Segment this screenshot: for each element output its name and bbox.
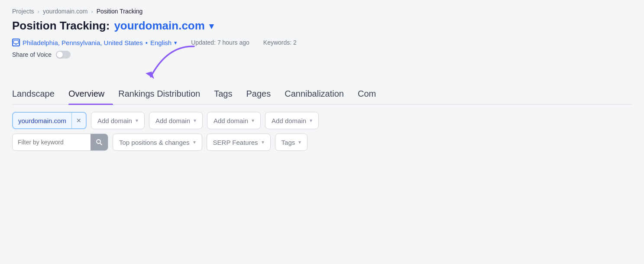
top-positions-chevron: ▾ bbox=[193, 139, 196, 145]
svg-marker-3 bbox=[146, 72, 154, 79]
filter-row-2: Top positions & changes ▾ SERP Features … bbox=[12, 134, 632, 155]
tabs-row: Landscape Overview Rankings Distribution… bbox=[12, 85, 632, 105]
tags-dropdown[interactable]: Tags ▾ bbox=[275, 134, 308, 151]
keyword-filter-input[interactable] bbox=[13, 139, 91, 146]
location-text: Philadelphia, Pennsylvania, United State… bbox=[23, 39, 143, 46]
add-domain-label-4: Add domain bbox=[272, 117, 306, 124]
top-positions-dropdown[interactable]: Top positions & changes ▾ bbox=[113, 134, 202, 151]
meta-row: Philadelphia, Pennsylvania, United State… bbox=[12, 39, 632, 46]
add-domain-button-3[interactable]: Add domain ▾ bbox=[207, 112, 261, 129]
add-domain-button-2[interactable]: Add domain ▾ bbox=[149, 112, 203, 129]
add-domain-label-2: Add domain bbox=[155, 117, 190, 124]
add-domain-chevron-1: ▾ bbox=[136, 117, 138, 124]
breadcrumb-current: Position Tracking bbox=[97, 8, 143, 15]
keywords-label: Keywords: bbox=[263, 39, 291, 46]
purple-arrow-annotation bbox=[133, 42, 203, 85]
search-input-wrap bbox=[12, 134, 108, 151]
add-domain-chevron-2: ▾ bbox=[194, 117, 196, 124]
share-of-voice-row: Share of Voice bbox=[12, 51, 632, 59]
page-container: Projects › yourdomain.com › Position Tra… bbox=[0, 0, 644, 264]
filter-row-1: yourdomain.com ✕ Add domain ▾ Add domain… bbox=[12, 105, 632, 134]
domain-chip-label: yourdomain.com bbox=[13, 117, 71, 124]
serp-features-chevron: ▾ bbox=[262, 139, 264, 145]
tab-rankings-distribution[interactable]: Rankings Distribution bbox=[118, 85, 209, 104]
tab-cannibalization[interactable]: Cannibalization bbox=[285, 85, 353, 104]
domain-chip-close-button[interactable]: ✕ bbox=[71, 113, 86, 128]
serp-features-dropdown[interactable]: SERP Features ▾ bbox=[207, 134, 271, 151]
tab-tags[interactable]: Tags bbox=[214, 85, 241, 104]
keywords-info: Keywords: 2 bbox=[263, 39, 297, 46]
add-domain-label-1: Add domain bbox=[97, 117, 132, 124]
domain-dropdown-chevron[interactable]: ▾ bbox=[209, 21, 214, 31]
updated-info: Updated: 7 hours ago bbox=[191, 39, 249, 46]
add-domain-chevron-4: ▾ bbox=[310, 117, 312, 124]
tab-landscape[interactable]: Landscape bbox=[12, 85, 63, 104]
top-positions-label: Top positions & changes bbox=[119, 139, 190, 146]
location-language-selector[interactable]: Philadelphia, Pennsylvania, United State… bbox=[12, 39, 177, 46]
breadcrumb-projects[interactable]: Projects bbox=[12, 8, 34, 15]
share-of-voice-label: Share of Voice bbox=[12, 51, 52, 58]
serp-features-label: SERP Features bbox=[213, 139, 258, 146]
search-icon bbox=[96, 139, 103, 146]
search-button[interactable] bbox=[91, 134, 108, 150]
add-domain-chevron-3: ▾ bbox=[252, 117, 254, 124]
breadcrumb: Projects › yourdomain.com › Position Tra… bbox=[12, 8, 632, 15]
page-title-domain[interactable]: yourdomain.com bbox=[114, 19, 204, 33]
breadcrumb-sep-2: › bbox=[91, 8, 93, 15]
add-domain-button-1[interactable]: Add domain ▾ bbox=[91, 112, 145, 129]
breadcrumb-sep-1: › bbox=[38, 8, 39, 15]
svg-rect-0 bbox=[14, 41, 19, 44]
toggle-knob bbox=[57, 52, 63, 58]
share-of-voice-toggle[interactable] bbox=[56, 51, 71, 59]
page-title: Position Tracking: yourdomain.com ▾ bbox=[12, 19, 632, 33]
location-language-chevron: ▾ bbox=[174, 39, 177, 46]
keywords-value: 2 bbox=[293, 39, 297, 46]
page-title-prefix: Position Tracking: bbox=[12, 19, 110, 33]
updated-label: Updated: bbox=[191, 39, 216, 46]
updated-value: 7 hours ago bbox=[217, 39, 249, 46]
tags-chevron: ▾ bbox=[298, 139, 301, 145]
add-domain-button-4[interactable]: Add domain ▾ bbox=[265, 112, 319, 129]
add-domain-label-3: Add domain bbox=[214, 117, 248, 124]
breadcrumb-domain[interactable]: yourdomain.com bbox=[43, 8, 88, 15]
svg-line-5 bbox=[100, 143, 102, 145]
tab-overview[interactable]: Overview bbox=[68, 85, 113, 104]
tab-pages[interactable]: Pages bbox=[246, 85, 279, 104]
bullet-separator: • bbox=[146, 39, 148, 46]
tags-label: Tags bbox=[282, 139, 295, 146]
language-text: English bbox=[150, 39, 172, 46]
tab-com[interactable]: Com bbox=[358, 85, 376, 104]
desktop-icon bbox=[12, 39, 20, 46]
domain-chip: yourdomain.com ✕ bbox=[12, 112, 87, 129]
